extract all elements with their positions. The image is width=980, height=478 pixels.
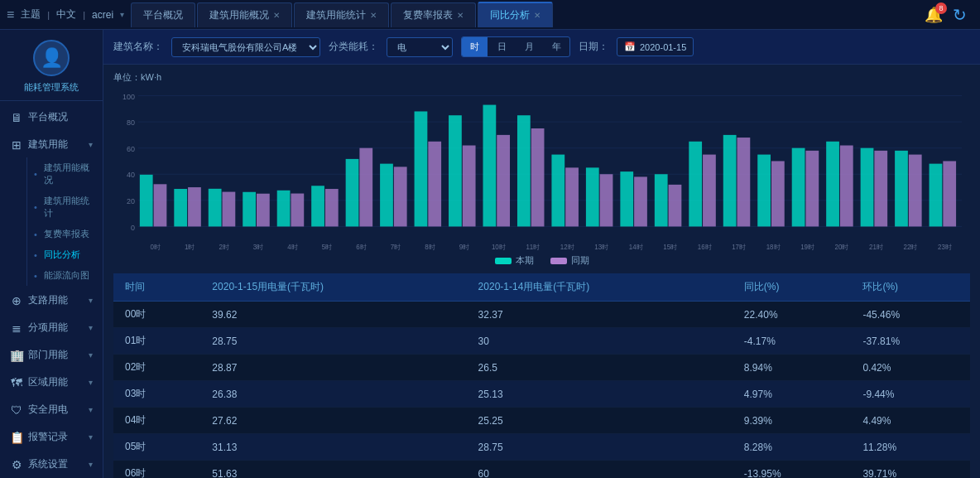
svg-text:18时: 18时 bbox=[766, 244, 781, 251]
sidebar-item-area-energy[interactable]: 🗺 区域用能 ▾ bbox=[0, 369, 103, 395]
svg-text:23时: 23时 bbox=[938, 244, 952, 251]
svg-rect-69 bbox=[792, 148, 805, 227]
td-time: 02时 bbox=[113, 355, 200, 381]
time-btn-时[interactable]: 时 bbox=[462, 37, 488, 56]
tab-close[interactable]: ✕ bbox=[370, 11, 377, 20]
svg-rect-37 bbox=[428, 142, 441, 227]
expand-arrow: ▾ bbox=[89, 296, 93, 305]
theme-label[interactable]: 主题 bbox=[21, 7, 41, 22]
refresh-btn[interactable]: ↻ bbox=[953, 5, 967, 25]
sidebar-icon-subsystem-energy: ≣ bbox=[10, 321, 23, 335]
lang-label[interactable]: 中文 bbox=[56, 7, 76, 22]
avatar: 👤 bbox=[33, 40, 70, 76]
tab-cost-rate[interactable]: 复费率报表✕ bbox=[391, 2, 476, 27]
tab-energy-stats[interactable]: 建筑用能统计✕ bbox=[294, 2, 389, 27]
separator: | bbox=[47, 10, 50, 20]
tab-label: 平台概况 bbox=[143, 8, 183, 22]
legend-previous-color bbox=[550, 258, 567, 264]
time-btn-group: 时日月年 bbox=[461, 36, 570, 57]
sidebar-item-building-energy[interactable]: ⊞ 建筑用能 ▾ bbox=[0, 132, 103, 157]
sidebar-label-dept-energy: 部门用能 bbox=[28, 348, 68, 362]
expand-arrow: ▾ bbox=[89, 350, 93, 360]
sidebar-item-platform[interactable]: 🖥 平台概况 bbox=[0, 104, 103, 130]
svg-text:21时: 21时 bbox=[869, 244, 883, 251]
hamburger-icon[interactable]: ≡ bbox=[7, 7, 14, 22]
sidebar-section-branch-energy: ⊕ 支路用能 ▾ bbox=[0, 287, 103, 313]
sidebar-sub-item-cost-rate[interactable]: 复费率报表 bbox=[26, 224, 103, 244]
sidebar-item-report[interactable]: 📋 报警记录 ▾ bbox=[0, 424, 103, 450]
sidebar-item-subsystem-energy[interactable]: ≣ 分项用能 ▾ bbox=[0, 315, 103, 340]
svg-text:4时: 4时 bbox=[287, 244, 297, 251]
time-btn-日[interactable]: 日 bbox=[489, 37, 515, 56]
sidebar-sub-item-building-stats[interactable]: 建筑用能统计 bbox=[26, 191, 103, 224]
svg-text:20: 20 bbox=[127, 197, 135, 205]
sidebar-item-branch-energy[interactable]: ⊕ 支路用能 ▾ bbox=[0, 287, 103, 313]
tab-platform[interactable]: 平台概况 bbox=[131, 2, 195, 27]
notification-btn[interactable]: 🔔8 bbox=[925, 6, 943, 24]
content-area: 建筑名称： 安科瑞电气股份有限公司A楼 分类能耗： 电 时日月年 日期： 📅 2… bbox=[103, 30, 980, 478]
sidebar-sub-item-compare-analysis[interactable]: 同比分析 bbox=[26, 244, 103, 265]
svg-text:6时: 6时 bbox=[356, 244, 366, 251]
sidebar-sub-item-building-overview[interactable]: 建筑用能概况 bbox=[26, 157, 103, 191]
sidebar-label-area-energy: 区域用能 bbox=[28, 375, 68, 389]
td-mom: 0.42% bbox=[851, 355, 970, 381]
time-btn-年[interactable]: 年 bbox=[544, 37, 569, 56]
sidebar-item-settings[interactable]: ⚙ 系统设置 ▾ bbox=[0, 451, 103, 477]
svg-text:60: 60 bbox=[127, 145, 135, 153]
svg-rect-67 bbox=[771, 161, 785, 226]
svg-text:14时: 14时 bbox=[629, 244, 643, 251]
td-yoy: -4.17% bbox=[733, 328, 852, 355]
legend-previous: 同期 bbox=[550, 254, 589, 267]
svg-text:11时: 11时 bbox=[526, 244, 540, 251]
sidebar-sub-item-energy-flow[interactable]: 能源流向图 bbox=[26, 265, 103, 286]
category-select[interactable]: 电 bbox=[387, 37, 453, 57]
user-label[interactable]: acrei bbox=[92, 9, 113, 21]
tab-close[interactable]: ✕ bbox=[534, 11, 540, 20]
td-previous: 25.13 bbox=[467, 381, 733, 408]
td-previous: 25.25 bbox=[467, 408, 733, 434]
td-time: 06时 bbox=[113, 461, 200, 479]
th-4: 环比(%) bbox=[851, 273, 970, 302]
svg-rect-76 bbox=[874, 151, 887, 227]
date-picker[interactable]: 📅 2020-01-15 bbox=[617, 37, 694, 56]
table-row: 01时28.7530-4.17%-37.81% bbox=[113, 328, 970, 355]
tab-close[interactable]: ✕ bbox=[273, 11, 280, 20]
td-time: 00时 bbox=[113, 302, 200, 328]
tab-compare[interactable]: 同比分析✕ bbox=[478, 2, 553, 27]
chart-legend: 本期 同期 bbox=[113, 254, 970, 267]
expand-arrow: ▾ bbox=[89, 140, 93, 149]
svg-rect-42 bbox=[483, 105, 497, 227]
expand-arrow: ▾ bbox=[89, 405, 93, 414]
svg-text:8时: 8时 bbox=[425, 244, 435, 251]
svg-text:2时: 2时 bbox=[219, 244, 228, 251]
expand-arrow: ▾ bbox=[89, 378, 93, 387]
svg-rect-43 bbox=[497, 135, 510, 227]
building-select[interactable]: 安科瑞电气股份有限公司A楼 bbox=[171, 37, 320, 57]
top-nav: ≡ 主题 | 中文 | acrei ▾ 平台概况建筑用能概况✕建筑用能统计✕复费… bbox=[0, 0, 980, 30]
sidebar-icon-report: 📋 bbox=[10, 431, 23, 444]
svg-text:5时: 5时 bbox=[322, 244, 332, 251]
svg-rect-57 bbox=[655, 174, 668, 226]
svg-rect-33 bbox=[380, 164, 393, 227]
svg-rect-51 bbox=[586, 167, 599, 226]
svg-rect-13 bbox=[154, 184, 167, 226]
svg-text:13时: 13时 bbox=[594, 244, 608, 251]
tab-close[interactable]: ✕ bbox=[457, 11, 464, 20]
legend-current-label: 本期 bbox=[516, 254, 534, 267]
sidebar-section-dept-energy: 🏢 部门用能 ▾ bbox=[0, 342, 103, 368]
tab-energy-overview[interactable]: 建筑用能概况✕ bbox=[197, 2, 292, 27]
sidebar-item-dept-energy[interactable]: 🏢 部门用能 ▾ bbox=[0, 342, 103, 368]
svg-text:17时: 17时 bbox=[732, 244, 746, 251]
calendar-icon: 📅 bbox=[624, 41, 636, 52]
sidebar-item-safety-power[interactable]: 🛡 安全用电 ▾ bbox=[0, 397, 103, 422]
svg-rect-75 bbox=[861, 148, 874, 227]
expand-arrow: ▾ bbox=[89, 460, 93, 469]
sidebar-section-report: 📋 报警记录 ▾ bbox=[0, 424, 103, 450]
svg-text:1时: 1时 bbox=[185, 244, 195, 251]
svg-rect-48 bbox=[551, 155, 564, 227]
svg-text:20时: 20时 bbox=[835, 244, 849, 251]
svg-text:3时: 3时 bbox=[253, 244, 263, 251]
svg-rect-60 bbox=[689, 142, 702, 227]
time-btn-月[interactable]: 月 bbox=[516, 37, 542, 56]
sidebar-section-subsystem-energy: ≣ 分项用能 ▾ bbox=[0, 315, 103, 340]
